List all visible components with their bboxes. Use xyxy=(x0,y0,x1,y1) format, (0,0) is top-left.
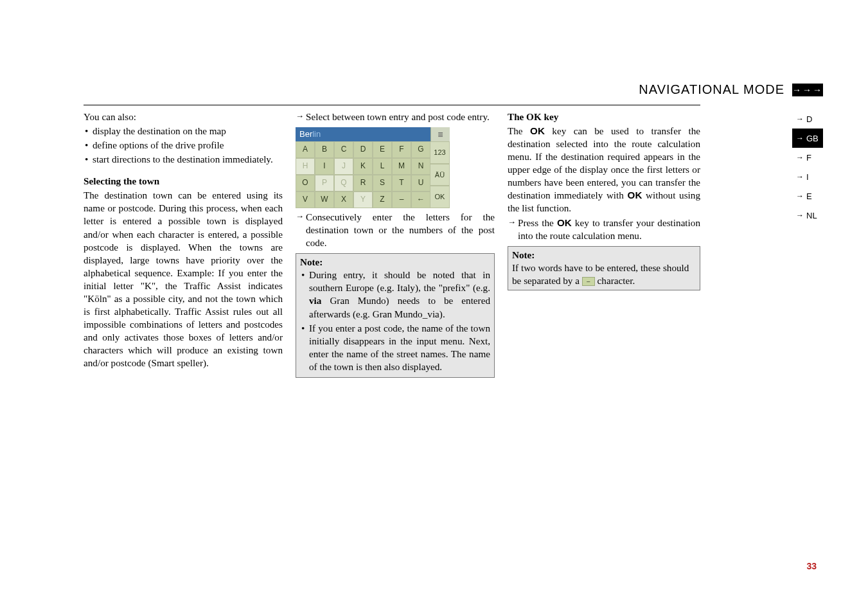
keyboard-key: Q xyxy=(334,175,353,191)
note-bullets: During entry, it should be noted that in… xyxy=(300,269,490,373)
keyboard-key: G xyxy=(411,141,430,158)
keyboard-key: D xyxy=(353,141,373,158)
tab-label: D xyxy=(806,114,812,124)
list-item: define options of the drive profile xyxy=(84,139,283,152)
step-text: Consecutively enter the letters for the … xyxy=(296,211,495,249)
keyboard-key: J xyxy=(334,158,353,175)
arrow-right-icon: → xyxy=(796,134,804,143)
list-icon: ≣ xyxy=(430,127,450,141)
tab-label: NL xyxy=(806,211,817,220)
text: Press the xyxy=(518,217,557,228)
ok-key-label: OK xyxy=(530,125,545,136)
keyboard-key: W xyxy=(315,191,334,208)
keyboard-side-key: ÄÜ xyxy=(430,164,450,186)
input-prefix: Ber xyxy=(299,129,312,139)
column-middle: Select between town entry and post code … xyxy=(296,111,495,378)
keyboard-key: Y xyxy=(353,191,373,208)
intro-text: You can also: xyxy=(84,111,283,123)
keyboard-key: Z xyxy=(373,191,392,208)
page-number: 33 xyxy=(806,561,817,571)
note-text: If two words have to be entered, these s… xyxy=(512,262,696,287)
page-title: NAVIGATIONAL MODE xyxy=(639,82,784,97)
onscreen-keyboard: Berlin ≣ ABCDEFGHIJKLMNOPQRSTUVWXYZ–← 12… xyxy=(296,127,450,208)
keyboard-key: L xyxy=(373,158,392,175)
text: character. xyxy=(595,275,635,286)
keyboard-key: U xyxy=(411,175,430,191)
list-item: During entry, it should be noted that in… xyxy=(300,269,490,320)
tab-label: I xyxy=(806,172,809,182)
column-left: You can also: display the destination on… xyxy=(84,111,283,371)
arrow-right-icon: → xyxy=(796,172,804,181)
keyboard-grid: ABCDEFGHIJKLMNOPQRSTUVWXYZ–← xyxy=(296,141,430,208)
step-text: Select between town entry and post code … xyxy=(296,111,495,123)
header: NAVIGATIONAL MODE →→→ xyxy=(563,82,823,103)
keyboard-key: S xyxy=(373,175,392,191)
tab-label: GB xyxy=(806,134,819,143)
language-tab-i: →I xyxy=(792,167,823,186)
column-right: The OK key The OK key can be used to tra… xyxy=(508,111,700,290)
intro-bullets: display the destination on the map defin… xyxy=(84,125,283,166)
keyboard-key: A xyxy=(296,141,315,158)
list-item: If you enter a post code, the name of th… xyxy=(300,322,490,373)
keyboard-side-key: OK xyxy=(430,186,450,208)
space-character-icon: – xyxy=(582,277,595,286)
header-rule xyxy=(84,105,700,105)
note-label: Note: xyxy=(300,256,490,269)
body-paragraph: The destination town can be entered usin… xyxy=(84,189,283,369)
subheading: Selecting the town xyxy=(84,175,283,188)
step-text: Press the OK key to transfer your destin… xyxy=(508,217,700,242)
input-suffix: lin xyxy=(312,129,321,139)
keyboard-key: T xyxy=(392,175,411,191)
keyboard-key: – xyxy=(392,191,411,208)
keyboard-key: O xyxy=(296,175,315,191)
keyboard-key: E xyxy=(373,141,392,158)
tab-label: E xyxy=(806,191,812,201)
language-tabs: →D→GB→F→I→E→NL xyxy=(792,109,823,225)
text: The xyxy=(508,125,530,136)
header-arrows-icon: →→→ xyxy=(792,84,823,96)
arrow-right-icon: → xyxy=(796,114,804,123)
note-box: Note: During entry, it should be noted t… xyxy=(296,253,495,378)
arrow-right-icon: → xyxy=(796,153,804,162)
language-tab-f: →F xyxy=(792,148,823,167)
keyboard-key: I xyxy=(315,158,334,175)
keyboard-key: R xyxy=(353,175,373,191)
ok-key-label: OK xyxy=(557,217,572,228)
list-item: start directions to the destination imme… xyxy=(84,153,283,166)
body-paragraph: The OK key can be used to transfer the d… xyxy=(508,125,700,215)
note-box: Note: If two words have to be entered, t… xyxy=(508,246,700,290)
keyboard-key: M xyxy=(392,158,411,175)
keyboard-key: K xyxy=(353,158,373,175)
language-tab-e: →E xyxy=(792,186,823,206)
ok-key-label: OK xyxy=(628,190,642,200)
keyboard-key: B xyxy=(315,141,334,158)
list-item: display the destination on the map xyxy=(84,125,283,138)
keyboard-key: N xyxy=(411,158,430,175)
keyboard-key: ← xyxy=(411,191,430,208)
note-label: Note: xyxy=(512,249,696,262)
tab-label: F xyxy=(806,153,811,163)
keyboard-side-key: 123 xyxy=(430,141,450,164)
subheading: The OK key xyxy=(508,111,700,123)
arrow-right-icon: → xyxy=(796,211,804,220)
keyboard-key: X xyxy=(334,191,353,208)
arrow-right-icon: → xyxy=(796,191,804,200)
keyboard-input-display: Berlin xyxy=(296,127,430,141)
keyboard-key: V xyxy=(296,191,315,208)
keyboard-key: F xyxy=(392,141,411,158)
keyboard-key: P xyxy=(315,175,334,191)
language-tab-gb: →GB xyxy=(792,129,823,148)
language-tab-d: →D xyxy=(792,109,823,129)
keyboard-key: C xyxy=(334,141,353,158)
keyboard-key: H xyxy=(296,158,315,175)
language-tab-nl: →NL xyxy=(792,206,823,225)
